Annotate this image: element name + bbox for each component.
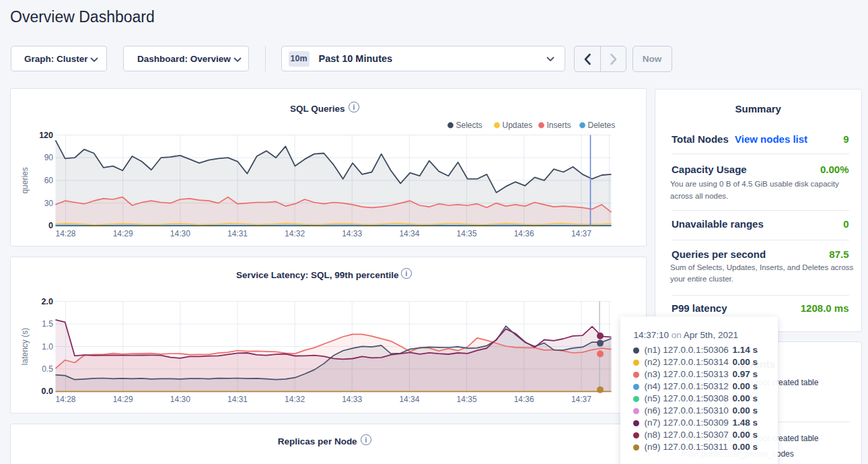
svg-text:30: 30 <box>44 198 54 207</box>
svg-text:120: 120 <box>39 130 53 139</box>
svg-text:14:31: 14:31 <box>227 228 248 238</box>
svg-text:14:32: 14:32 <box>285 228 305 238</box>
svg-text:Selects: Selects <box>456 121 482 130</box>
svg-text:0: 0 <box>48 221 53 230</box>
svg-text:1.0: 1.0 <box>42 342 53 352</box>
svg-text:14:32: 14:32 <box>285 395 305 404</box>
svg-text:14:36: 14:36 <box>514 395 534 404</box>
svg-text:14:33: 14:33 <box>342 228 362 238</box>
svg-text:Inserts: Inserts <box>547 121 571 130</box>
svg-text:2.0: 2.0 <box>42 297 53 306</box>
svg-text:0.0: 0.0 <box>42 387 53 396</box>
svg-text:0.5: 0.5 <box>42 364 53 374</box>
svg-text:14:29: 14:29 <box>113 228 133 238</box>
svg-text:14:37: 14:37 <box>571 395 591 404</box>
svg-text:Updates: Updates <box>503 121 533 130</box>
svg-text:14:31: 14:31 <box>227 395 248 404</box>
svg-text:14:30: 14:30 <box>170 228 190 238</box>
svg-text:90: 90 <box>44 153 54 162</box>
svg-text:14:29: 14:29 <box>113 395 133 404</box>
svg-text:14:34: 14:34 <box>399 395 419 404</box>
svg-text:14:36: 14:36 <box>514 228 534 238</box>
svg-text:Deletes: Deletes <box>588 121 616 130</box>
svg-text:14:33: 14:33 <box>342 395 362 404</box>
svg-text:14:30: 14:30 <box>170 395 190 404</box>
svg-text:60: 60 <box>44 175 54 185</box>
svg-text:1.5: 1.5 <box>42 319 53 329</box>
svg-text:latency (s): latency (s) <box>20 328 30 365</box>
svg-text:14:28: 14:28 <box>55 228 75 238</box>
svg-text:14:35: 14:35 <box>457 228 477 238</box>
svg-text:14:35: 14:35 <box>457 395 477 404</box>
svg-text:14:37: 14:37 <box>571 228 591 238</box>
svg-text:14:28: 14:28 <box>55 395 75 404</box>
svg-text:queries: queries <box>20 167 30 193</box>
svg-text:14:34: 14:34 <box>399 228 419 238</box>
